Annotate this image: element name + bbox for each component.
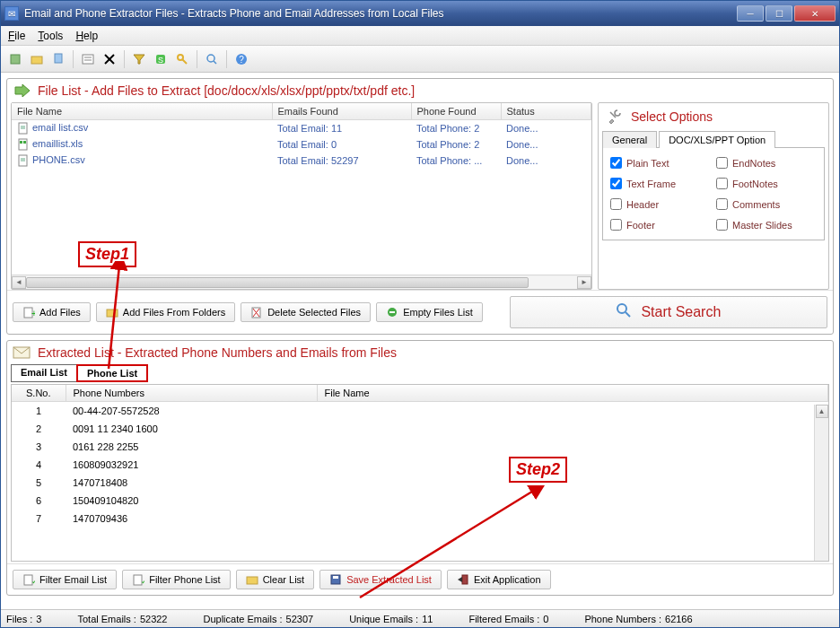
bottom-button-bar: ✓Filter Email List ✓Filter Phone List Cl… [7, 563, 833, 595]
table-row[interactable]: 100-44-207-5572528 [12, 402, 828, 421]
col-emails[interactable]: Emails Found [272, 103, 411, 120]
filter-phone-button[interactable]: ✓Filter Phone List [122, 570, 230, 589]
tab-email-list[interactable]: Email List [11, 364, 77, 382]
svg-point-35 [617, 304, 626, 313]
tb-delete-icon[interactable] [101, 50, 118, 68]
empty-list-button[interactable]: Empty Files List [376, 302, 483, 322]
minimize-button[interactable]: ─ [737, 5, 764, 22]
menu-tools[interactable]: Tools [38, 30, 63, 42]
svg-point-13 [207, 55, 214, 62]
svg-line-36 [626, 312, 630, 317]
delete-selected-button[interactable]: Delete Selected Files [241, 302, 371, 322]
tb-skype-icon[interactable]: S [152, 50, 170, 68]
svg-rect-22 [20, 141, 22, 144]
title-bar: ✉ Email and Phone Extractor Files - Extr… [1, 1, 839, 26]
svg-rect-42 [247, 577, 258, 584]
chk-plaintext[interactable]: Plain Text [610, 157, 709, 169]
table-row[interactable]: 71470709436 [12, 510, 828, 528]
arrow-right-icon [13, 83, 32, 99]
scroll-left-icon[interactable]: ◄ [12, 276, 26, 289]
chk-header[interactable]: Header [610, 198, 709, 210]
file-row[interactable]: PHONE.csvTotal Email: 52297Total Phone: … [12, 153, 591, 169]
h-scrollbar[interactable]: ◄ ► [12, 275, 591, 289]
chk-endnotes[interactable]: EndNotes [716, 157, 815, 169]
tb-new-icon[interactable] [6, 50, 24, 68]
svg-rect-29 [107, 310, 118, 317]
save-extracted-button[interactable]: Save Extracted List [319, 570, 442, 589]
scroll-thumb[interactable] [26, 277, 529, 288]
col-sno[interactable]: S.No. [12, 385, 66, 402]
svg-text:+: + [31, 309, 35, 318]
exit-button[interactable]: Exit Application [447, 570, 551, 589]
clear-icon [246, 573, 258, 586]
svg-rect-45 [462, 575, 468, 584]
tab-general[interactable]: General [602, 131, 657, 148]
table-row[interactable]: 51470718408 [12, 474, 828, 492]
tb-help-icon[interactable]: ? [232, 50, 250, 68]
step2-annotation: Step2 [509, 457, 567, 483]
menu-file[interactable]: File [8, 30, 25, 42]
svg-text:S: S [158, 56, 163, 65]
file-icon [17, 154, 30, 167]
svg-text:✓: ✓ [141, 577, 144, 586]
save-icon [329, 573, 342, 586]
scroll-right-icon[interactable]: ► [577, 276, 591, 289]
wrench-icon [606, 109, 626, 125]
delete-icon [250, 306, 263, 318]
envelope-icon [13, 345, 32, 361]
extracted-header: Extracted List - Extracted Phone Numbers… [7, 341, 833, 364]
col-phone[interactable]: Phone Found [411, 103, 501, 120]
file-button-bar: +Add Files Add Files From Folders Delete… [7, 290, 833, 334]
step1-annotation: Step1 [78, 241, 136, 267]
xls-icon [17, 138, 30, 151]
svg-rect-1 [31, 57, 42, 64]
table-row[interactable]: 6150409104820 [12, 492, 828, 510]
filter-email-button[interactable]: ✓Filter Email List [13, 570, 117, 589]
tb-filter-icon[interactable] [130, 50, 148, 68]
file-row[interactable]: emaillist.xlsTotal Email: 0Total Phone: … [12, 136, 591, 153]
svg-rect-3 [83, 55, 93, 64]
table-row[interactable]: 4160809032921 [12, 456, 828, 474]
content-area: File List - Add Files to Extract [doc/do… [1, 73, 839, 609]
tab-phone-list[interactable]: Phone List [76, 364, 148, 382]
tb-copy-icon[interactable] [49, 50, 67, 68]
toolbar-separator [124, 50, 125, 68]
svg-line-14 [214, 61, 216, 64]
folder-icon [106, 306, 118, 318]
extracted-list-panel: Extracted List - Extracted Phone Numbers… [6, 340, 834, 596]
tb-search-icon[interactable] [203, 50, 221, 68]
tab-doc-option[interactable]: DOC/XLS/PPT Option [659, 131, 775, 148]
add-files-button[interactable]: +Add Files [13, 302, 91, 322]
clear-list-button[interactable]: Clear List [236, 570, 314, 589]
chk-footnotes[interactable]: FootNotes [716, 178, 815, 189]
v-scrollbar[interactable]: ▲ [814, 405, 828, 561]
filter-icon: ✓ [132, 573, 144, 586]
maximize-button[interactable]: ☐ [766, 5, 792, 22]
tb-list-icon[interactable] [79, 50, 97, 68]
table-row[interactable]: 30161 228 2255 [12, 438, 828, 456]
close-button[interactable]: ✕ [794, 5, 836, 22]
tb-key-icon[interactable] [173, 50, 191, 68]
status-bar: Files :3 Total Emails :52322 Duplicate E… [1, 609, 839, 627]
extracted-title: Extracted List - Extracted Phone Numbers… [38, 345, 397, 360]
start-search-button[interactable]: Start Search [510, 296, 827, 328]
col-ext-filename[interactable]: File Name [317, 385, 828, 402]
window-title: Email and Phone Extractor Files - Extrac… [24, 7, 737, 20]
col-filename[interactable]: File Name [12, 103, 272, 120]
table-row[interactable]: 20091 11 2340 1600 [12, 420, 828, 438]
menu-help[interactable]: Help [75, 30, 98, 42]
add-folders-button[interactable]: Add Files From Folders [96, 302, 235, 322]
chk-master[interactable]: Master Slides [716, 219, 815, 231]
file-list-title: File List - Add Files to Extract [doc/do… [38, 83, 415, 98]
col-phone-numbers[interactable]: Phone Numbers [66, 385, 317, 402]
menu-bar: File Tools Help [1, 26, 839, 46]
chk-comments[interactable]: Comments [716, 198, 815, 210]
chk-textframe[interactable]: Text Frame [610, 178, 709, 189]
exit-icon [457, 573, 469, 586]
scroll-up-icon[interactable]: ▲ [816, 405, 828, 418]
col-status[interactable]: Status [501, 103, 591, 120]
tb-open-icon[interactable] [28, 50, 46, 68]
chk-footer[interactable]: Footer [610, 219, 709, 231]
status-unique-emails: Unique Emails :11 [349, 614, 433, 624]
file-row[interactable]: email list.csvTotal Email: 11Total Phone… [12, 120, 591, 137]
